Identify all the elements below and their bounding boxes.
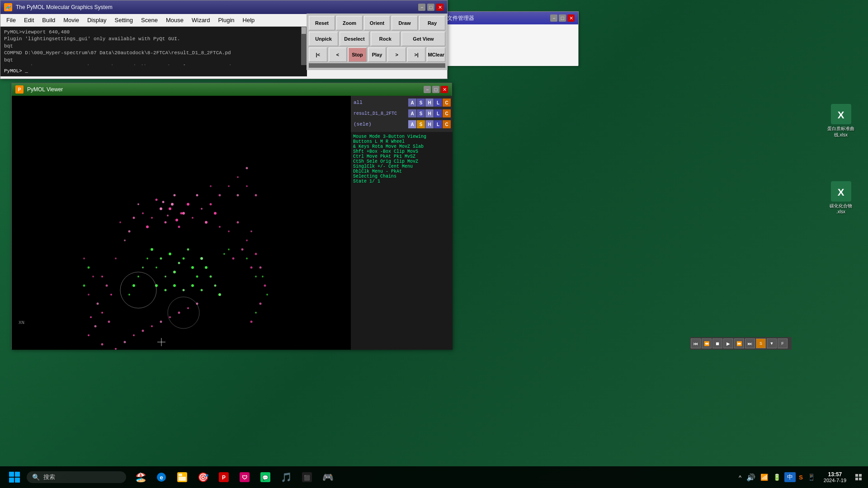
- desktop-icon-excel1[interactable]: X 蛋白质标准曲线.xlsx: [823, 104, 859, 138]
- tray-network[interactable]: 📶: [759, 472, 769, 482]
- svg-point-53: [101, 343, 104, 346]
- menu-edit[interactable]: Edit: [20, 15, 38, 25]
- btn-prev[interactable]: <: [329, 47, 347, 62]
- viewer-maximize-btn[interactable]: □: [432, 86, 439, 93]
- pb-s[interactable]: S: [756, 338, 766, 348]
- menu-help[interactable]: Help: [239, 15, 259, 25]
- pb-next[interactable]: ⏩: [734, 338, 744, 348]
- tray-sound[interactable]: 🔊: [745, 472, 757, 483]
- desktop-icon-excel2[interactable]: X 碳化化合物.xlsx: [823, 181, 859, 214]
- scroll-thumb[interactable]: [302, 27, 306, 34]
- btn-zoom[interactable]: Zoom: [336, 16, 363, 30]
- all-btn-a[interactable]: A: [408, 99, 416, 107]
- viewer-close-btn[interactable]: ✕: [441, 86, 448, 93]
- objects-list: all A S H L C result_D1_8_2FTC A S H L C…: [351, 96, 453, 132]
- btn-unpick[interactable]: Unpick: [309, 32, 338, 46]
- secondary-window[interactable]: 文件管理器 － □ ✕: [443, 11, 579, 66]
- sele-btn-c[interactable]: C: [443, 120, 451, 128]
- pb-stop[interactable]: ⏹: [712, 338, 722, 348]
- taskbar-app-app5[interactable]: P: [214, 467, 234, 487]
- result-btn-h[interactable]: H: [425, 109, 434, 117]
- taskbar-app-wechat[interactable]: 💬: [255, 467, 275, 487]
- btn-next[interactable]: >: [387, 47, 406, 62]
- all-btn-c[interactable]: C: [443, 99, 451, 107]
- object-row-all: all A S H L C: [353, 98, 451, 108]
- tray-chevron[interactable]: ^: [737, 473, 743, 482]
- tray-ime[interactable]: 中: [784, 472, 796, 482]
- tray-bluetooth[interactable]: 📱: [806, 472, 816, 482]
- btn-reset[interactable]: Reset: [309, 16, 335, 30]
- svg-point-102: [255, 276, 257, 277]
- taskbar-app-terminal[interactable]: ⬛: [297, 467, 317, 487]
- pb-skip-end[interactable]: ⏭: [745, 338, 755, 348]
- viewer-minimize-btn[interactable]: －: [424, 86, 431, 93]
- taskbar-app-app6[interactable]: 🛡: [235, 467, 255, 487]
- menu-display[interactable]: Display: [84, 15, 110, 25]
- pb-play[interactable]: ▶: [723, 338, 733, 348]
- btn-play[interactable]: Play: [368, 47, 387, 62]
- sele-btn-a[interactable]: A: [408, 120, 416, 128]
- result-btn-s[interactable]: S: [417, 109, 425, 117]
- main-minimize-btn[interactable]: －: [418, 4, 425, 11]
- start-button[interactable]: [5, 467, 24, 487]
- tray-sougou[interactable]: S: [798, 473, 804, 482]
- main-maximize-btn[interactable]: □: [427, 4, 434, 11]
- notification-btn[interactable]: [854, 467, 863, 487]
- console-scrollbar[interactable]: [301, 27, 307, 65]
- secondary-minimize-btn[interactable]: －: [550, 14, 557, 22]
- taskbar-app-powerpoint[interactable]: 🎯: [193, 467, 213, 487]
- svg-point-70: [183, 258, 185, 260]
- menu-file[interactable]: File: [3, 15, 19, 25]
- menu-build[interactable]: Build: [38, 15, 59, 25]
- console-area[interactable]: PyMOL>viewport 640,480 Plugin 'lightings…: [0, 27, 301, 65]
- btn-stop[interactable]: Stop: [348, 47, 367, 62]
- svg-point-18: [192, 217, 193, 219]
- sele-btn-l[interactable]: L: [434, 120, 442, 128]
- all-btn-l[interactable]: L: [434, 99, 442, 107]
- btn-skip-start[interactable]: |<: [309, 47, 327, 62]
- svg-point-13: [182, 212, 185, 215]
- result-btn-a[interactable]: A: [408, 109, 416, 117]
- btn-draw[interactable]: Draw: [392, 16, 418, 30]
- taskbar-app-widgets[interactable]: 🏖️: [131, 467, 151, 487]
- svg-point-77: [142, 267, 144, 268]
- btn-deselect[interactable]: Deselect: [340, 32, 369, 46]
- main-close-btn[interactable]: ✕: [436, 4, 443, 11]
- all-btn-h[interactable]: H: [425, 99, 434, 107]
- btn-skip-end[interactable]: >|: [407, 47, 426, 62]
- result-btn-c[interactable]: C: [443, 109, 451, 117]
- sele-btn-s[interactable]: S: [417, 120, 425, 128]
- taskbar-app-edge[interactable]: e: [151, 467, 171, 487]
- menu-setting[interactable]: Setting: [111, 15, 137, 25]
- pb-f[interactable]: F: [778, 338, 788, 348]
- pb-skip-start[interactable]: ⏮: [691, 338, 701, 348]
- menu-plugin[interactable]: Plugin: [214, 15, 238, 25]
- all-btn-s[interactable]: S: [417, 99, 425, 107]
- viewer-window-controls: － □ ✕: [424, 86, 448, 93]
- menu-wizard[interactable]: Wizard: [188, 15, 213, 25]
- tray-battery[interactable]: 🔋: [772, 472, 782, 482]
- secondary-maximize-btn[interactable]: □: [559, 14, 566, 22]
- clock[interactable]: 13:57 2024-7-19: [820, 471, 850, 483]
- btn-ray[interactable]: Ray: [419, 16, 445, 30]
- sele-btn-h[interactable]: H: [425, 120, 434, 128]
- pb-prev[interactable]: ⏪: [702, 338, 712, 348]
- btn-orient[interactable]: Orient: [364, 16, 390, 30]
- taskbar-app-explorer[interactable]: [172, 467, 192, 487]
- svg-point-58: [151, 325, 153, 327]
- svg-point-117: [246, 167, 248, 169]
- result-btn-l[interactable]: L: [434, 109, 442, 117]
- menu-mouse[interactable]: Mouse: [162, 15, 187, 25]
- menu-movie[interactable]: Movie: [60, 15, 83, 25]
- secondary-close-btn[interactable]: ✕: [567, 14, 575, 22]
- btn-rock[interactable]: Rock: [371, 32, 400, 46]
- taskbar-app-game[interactable]: 🎮: [318, 467, 338, 487]
- pb-down[interactable]: ▼: [767, 338, 777, 348]
- mol-viewport[interactable]: XN: [12, 96, 351, 350]
- control-panel: Reset Zoom Orient Draw Ray Unpick Desele…: [307, 14, 448, 70]
- btn-mclear[interactable]: MClear: [427, 47, 445, 62]
- btn-getview[interactable]: Get View: [401, 32, 445, 46]
- taskbar-app-music[interactable]: 🎵: [276, 467, 296, 487]
- menu-scene[interactable]: Scene: [137, 15, 161, 25]
- taskbar-search[interactable]: 🔍 搜索: [27, 471, 126, 483]
